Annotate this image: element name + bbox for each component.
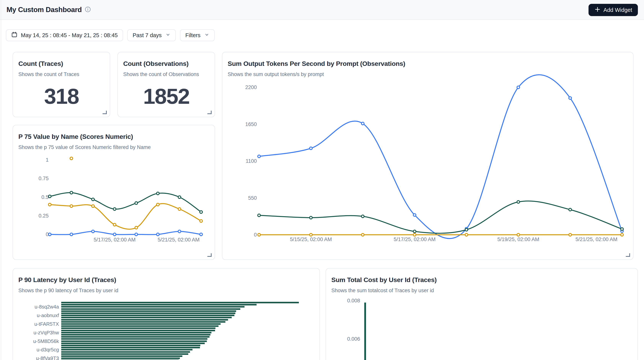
data-point-marker[interactable] bbox=[258, 155, 260, 158]
latency-bar[interactable] bbox=[61, 304, 256, 305]
add-widget-label: Add Widget bbox=[604, 7, 632, 13]
data-point-marker[interactable] bbox=[113, 208, 116, 210]
widget-description: Shows the p 90 latency of Traces by user… bbox=[18, 288, 118, 293]
data-point-marker[interactable] bbox=[48, 195, 51, 198]
data-point-marker[interactable] bbox=[310, 147, 312, 150]
latency-bar[interactable] bbox=[61, 347, 200, 348]
latency-bar[interactable] bbox=[61, 330, 215, 331]
date-range-picker[interactable]: May 14, 25 : 08:45 - May 21, 25 : 08:45 bbox=[6, 29, 123, 41]
add-widget-button[interactable]: Add Widget bbox=[588, 4, 638, 16]
data-point-marker[interactable] bbox=[517, 86, 520, 89]
latency-bar[interactable] bbox=[61, 338, 208, 340]
data-point-marker[interactable] bbox=[92, 198, 94, 201]
data-point-marker[interactable] bbox=[413, 230, 416, 233]
page-header: My Custom Dashboard Add Widget bbox=[0, 0, 644, 20]
page-title: My Custom Dashboard bbox=[6, 6, 82, 14]
data-point-marker[interactable] bbox=[178, 196, 181, 199]
data-point-marker[interactable] bbox=[200, 220, 202, 222]
data-point-marker[interactable] bbox=[156, 203, 159, 206]
cost-bar[interactable] bbox=[364, 302, 366, 360]
line-series-path bbox=[259, 201, 622, 233]
data-point-marker[interactable] bbox=[569, 97, 572, 99]
data-point-marker[interactable] bbox=[621, 228, 623, 230]
latency-bar[interactable] bbox=[61, 349, 192, 350]
data-point-marker[interactable] bbox=[310, 216, 312, 219]
latency-bar[interactable] bbox=[61, 332, 212, 333]
filters-dropdown[interactable]: Filters bbox=[180, 29, 215, 41]
latency-bar[interactable] bbox=[61, 308, 240, 310]
latency-bar[interactable] bbox=[61, 317, 232, 318]
widget-count-traces: Count (Traces) Shows the count of Traces… bbox=[13, 52, 110, 117]
data-point-marker[interactable] bbox=[517, 201, 520, 203]
latency-bar[interactable] bbox=[61, 327, 216, 329]
latency-bar[interactable] bbox=[61, 336, 210, 337]
data-point-marker[interactable] bbox=[156, 192, 159, 195]
data-point-marker[interactable] bbox=[517, 233, 520, 236]
data-point-marker[interactable] bbox=[569, 208, 572, 211]
data-point-marker[interactable] bbox=[413, 214, 416, 216]
data-point-marker[interactable] bbox=[178, 230, 181, 233]
data-point-marker[interactable] bbox=[70, 233, 73, 236]
data-point-marker[interactable] bbox=[569, 233, 572, 236]
data-point-marker[interactable] bbox=[48, 203, 51, 206]
data-point-marker[interactable] bbox=[135, 233, 138, 236]
latency-bar[interactable] bbox=[61, 321, 226, 323]
data-point-marker[interactable] bbox=[465, 233, 468, 236]
latency-bar[interactable] bbox=[61, 310, 236, 312]
data-point-marker[interactable] bbox=[258, 214, 260, 217]
latency-bar[interactable] bbox=[61, 357, 180, 359]
calendar-icon bbox=[11, 32, 18, 39]
data-point-marker[interactable] bbox=[362, 215, 364, 218]
data-point-marker[interactable] bbox=[200, 233, 202, 236]
content-left-divider bbox=[1, 0, 1, 360]
latency-bar[interactable] bbox=[61, 353, 188, 355]
data-point-marker[interactable] bbox=[178, 208, 181, 210]
data-point-marker[interactable] bbox=[621, 233, 623, 236]
latency-bar[interactable] bbox=[61, 334, 210, 335]
latency-bar[interactable] bbox=[61, 302, 299, 303]
widget-description: Shows the count of Observations bbox=[123, 72, 199, 77]
data-point-marker[interactable] bbox=[258, 233, 260, 236]
latency-bar[interactable] bbox=[61, 342, 205, 344]
latency-bar[interactable] bbox=[61, 312, 235, 314]
widget-title: Count (Traces) bbox=[18, 60, 63, 67]
tokens-per-second-plot bbox=[222, 52, 633, 259]
latency-bar[interactable] bbox=[61, 315, 234, 316]
data-point-marker[interactable] bbox=[362, 122, 364, 125]
data-point-marker[interactable] bbox=[200, 211, 202, 213]
data-point-marker[interactable] bbox=[113, 233, 116, 236]
y-axis-tick-label: 0.008 bbox=[326, 298, 360, 303]
latency-bar[interactable] bbox=[61, 355, 182, 357]
data-point-marker[interactable] bbox=[70, 157, 73, 160]
data-point-marker[interactable] bbox=[113, 223, 116, 226]
data-point-marker[interactable] bbox=[413, 233, 416, 236]
p75-scores-plot bbox=[13, 125, 215, 259]
latency-bar[interactable] bbox=[61, 351, 190, 353]
data-point-marker[interactable] bbox=[92, 230, 94, 233]
latency-bar[interactable] bbox=[61, 325, 218, 327]
bar-row-label: u-tFAR5TX bbox=[13, 321, 59, 327]
latency-bar[interactable] bbox=[61, 345, 200, 346]
data-point-marker[interactable] bbox=[70, 205, 73, 207]
y-axis-tick-label: 0.006 bbox=[326, 336, 360, 342]
data-point-marker[interactable] bbox=[465, 228, 468, 231]
data-point-marker[interactable] bbox=[48, 233, 51, 236]
data-point-marker[interactable] bbox=[156, 233, 159, 236]
line-series-path bbox=[259, 75, 622, 239]
info-icon[interactable] bbox=[85, 6, 91, 13]
data-point-marker[interactable] bbox=[135, 202, 138, 204]
latency-bar[interactable] bbox=[61, 323, 220, 325]
data-point-marker[interactable] bbox=[92, 205, 94, 207]
resize-handle-icon[interactable] bbox=[208, 111, 212, 114]
latency-bar[interactable] bbox=[61, 340, 207, 342]
resize-handle-icon[interactable] bbox=[102, 111, 107, 114]
data-point-marker[interactable] bbox=[310, 233, 312, 236]
data-point-marker[interactable] bbox=[362, 233, 364, 236]
time-preset-dropdown[interactable]: Past 7 days bbox=[127, 29, 176, 41]
data-point-marker[interactable] bbox=[70, 191, 73, 194]
data-point-marker[interactable] bbox=[135, 226, 138, 229]
dashboard-page: My Custom Dashboard Add Widget May 14, 2… bbox=[0, 0, 644, 360]
latency-bar[interactable] bbox=[61, 306, 244, 307]
widget-total-cost-chart: Sum Total Cost by User Id (Traces) Shows… bbox=[326, 268, 638, 360]
latency-bar[interactable] bbox=[61, 319, 228, 320]
